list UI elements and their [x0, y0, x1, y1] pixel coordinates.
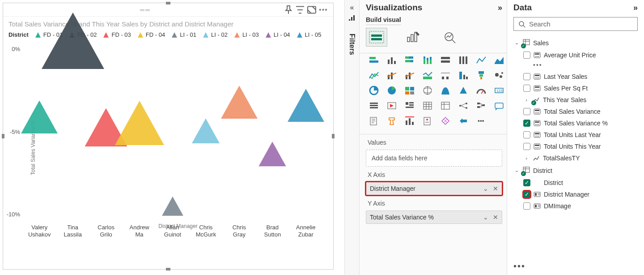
filter-icon[interactable] [295, 4, 305, 15]
visual-type-thumb[interactable] [491, 69, 507, 82]
expand-filters-icon[interactable]: « [350, 4, 354, 12]
visual-type-thumb[interactable] [455, 84, 471, 97]
visual-type-thumb[interactable] [455, 53, 471, 67]
visual-container[interactable]: ══ ••• Total Sales Variance % and This Y… [3, 3, 334, 270]
chart-marker[interactable] [288, 89, 324, 123]
field-row[interactable]: ›TotalSalesTY [513, 152, 638, 164]
visual-type-thumb[interactable] [402, 69, 418, 82]
chart-marker[interactable] [192, 118, 220, 145]
legend-item[interactable]: LI - 03 [234, 31, 259, 38]
chart-marker[interactable] [21, 100, 58, 135]
field-row[interactable]: Last Year Sales [513, 71, 638, 82]
visual-type-thumb[interactable] [419, 69, 436, 82]
field-row[interactable]: Sales Per Sq Ft [513, 82, 638, 94]
visual-type-thumb[interactable] [402, 84, 418, 97]
visual-type-thumb[interactable] [473, 84, 489, 97]
visualizations-title: Visualizations [366, 3, 422, 13]
values-well[interactable]: Add data fields here [366, 150, 502, 167]
more-options-icon[interactable]: ••• [318, 4, 329, 15]
report-canvas[interactable]: ══ ••• Total Sales Variance % and This Y… [0, 0, 344, 275]
format-visual-tab[interactable] [402, 28, 424, 47]
chevron-down-icon[interactable]: ⌄ [483, 214, 488, 221]
visual-type-thumb[interactable] [366, 69, 382, 82]
drag-handle-icon[interactable]: ══ [8, 6, 283, 13]
chart-marker[interactable] [258, 142, 286, 168]
visual-type-thumb[interactable] [437, 84, 453, 97]
visual-type-thumb[interactable] [491, 99, 507, 112]
field-row[interactable]: ✓Total Sales Variance % [513, 117, 638, 129]
field-row[interactable]: DMImage [513, 200, 638, 212]
search-input[interactable]: Search [513, 17, 638, 31]
visual-type-thumb[interactable] [455, 69, 471, 82]
field-row[interactable]: ✓District Manager [513, 189, 638, 200]
more-options-icon[interactable]: ••• [513, 261, 525, 271]
visual-type-thumb[interactable] [437, 99, 453, 112]
field-more-icon[interactable]: ••• [513, 59, 638, 71]
visual-type-thumb[interactable] [419, 53, 436, 67]
chart-marker[interactable] [162, 197, 183, 217]
visual-type-thumb[interactable] [366, 114, 382, 128]
resize-handle-left[interactable] [2, 134, 4, 138]
visual-type-thumb[interactable]: 123 [491, 84, 507, 97]
legend-item[interactable]: LI - 05 [297, 31, 322, 38]
focus-mode-icon[interactable] [306, 4, 317, 15]
field-row[interactable]: Total Sales Variance [513, 106, 638, 117]
field-row[interactable]: Total Units Last Year [513, 129, 638, 141]
collapse-data-icon[interactable]: » [633, 3, 638, 13]
build-visual-tab[interactable] [366, 28, 387, 47]
visual-type-thumb[interactable] [437, 69, 453, 82]
legend-item[interactable]: FD - 04 [137, 31, 165, 38]
chart-marker[interactable] [42, 13, 104, 70]
field-row[interactable]: Total Units This Year [513, 141, 638, 152]
visual-type-thumb[interactable] [473, 99, 489, 112]
svg-point-63 [500, 75, 502, 78]
xaxis-field-pill[interactable]: District Manager ⌄✕ [366, 182, 502, 195]
resize-handle-top[interactable] [166, 2, 170, 4]
chart-marker[interactable] [115, 101, 164, 146]
visual-type-thumb[interactable] [419, 84, 436, 97]
visual-type-thumb[interactable] [384, 99, 400, 112]
visual-type-thumb[interactable] [366, 84, 382, 97]
legend-item[interactable]: FD - 03 [103, 31, 131, 38]
analytics-tab[interactable] [439, 28, 461, 47]
svg-text:123: 123 [496, 89, 503, 93]
visual-type-thumb[interactable] [384, 53, 400, 67]
visual-type-thumb[interactable] [419, 114, 436, 128]
svg-rect-82 [406, 107, 414, 108]
yaxis-field-pill[interactable]: Total Sales Variance % ⌄✕ [366, 211, 502, 224]
visual-type-thumb[interactable] [402, 53, 418, 67]
visual-type-thumb[interactable] [437, 53, 453, 67]
visual-type-thumb[interactable] [402, 99, 418, 112]
visual-type-thumb[interactable] [366, 53, 382, 67]
visual-type-thumb[interactable] [402, 114, 418, 128]
visual-type-thumb[interactable] [491, 53, 507, 67]
remove-field-icon[interactable]: ✕ [493, 185, 498, 192]
visual-type-thumb[interactable] [384, 69, 400, 82]
visual-type-thumb[interactable] [455, 99, 471, 112]
visual-type-thumb[interactable] [455, 114, 471, 128]
visual-type-thumb[interactable] [473, 53, 489, 67]
legend-item[interactable]: LI - 04 [265, 31, 290, 38]
visual-type-thumb[interactable] [473, 69, 489, 82]
visual-type-thumb[interactable] [384, 114, 400, 128]
visual-type-thumb[interactable] [384, 84, 400, 97]
plot-area[interactable]: 0%-5%-10%Valery UshakovTina LassilaCarlo… [23, 41, 322, 222]
table-row[interactable]: ⌄Sales [513, 36, 638, 49]
pin-icon[interactable] [283, 4, 294, 15]
table-row[interactable]: ⌄District [513, 164, 638, 177]
visual-type-thumb[interactable] [366, 99, 382, 112]
resize-handle-bottom[interactable] [166, 268, 170, 271]
svg-rect-41 [427, 58, 428, 60]
remove-field-icon[interactable]: ✕ [493, 214, 498, 221]
collapse-viz-icon[interactable]: » [498, 3, 502, 13]
visual-type-thumb[interactable] [419, 99, 436, 112]
field-row[interactable]: ›This Year Sales [513, 94, 638, 106]
legend-item[interactable]: LI - 02 [203, 31, 228, 38]
visual-type-thumb[interactable]: ••• [473, 114, 489, 128]
field-row[interactable]: ✓District [513, 177, 638, 189]
chart-marker[interactable] [221, 86, 258, 120]
filters-pane-collapsed[interactable]: « Filters [344, 0, 360, 275]
legend-item[interactable]: LI - 01 [171, 31, 196, 38]
chevron-down-icon[interactable]: ⌄ [483, 185, 488, 192]
visual-type-thumb[interactable] [437, 114, 453, 128]
